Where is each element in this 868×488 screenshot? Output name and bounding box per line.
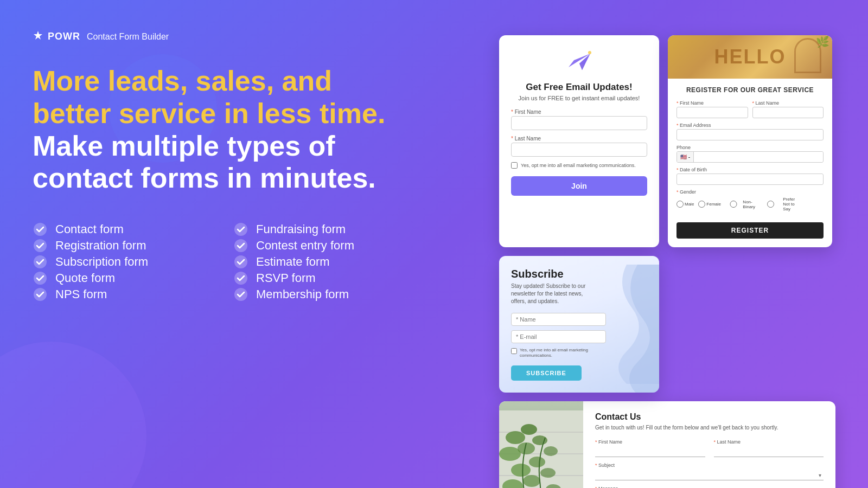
svg-marker-11 (579, 63, 585, 70)
first-name-input[interactable] (676, 107, 748, 118)
headline: More leads, sales, and better service in… (33, 65, 401, 195)
first-name-group: * First Name (676, 100, 748, 118)
subscribe-checkbox[interactable] (511, 348, 517, 354)
phone-flag: 🇺🇸 - (677, 152, 694, 162)
svg-point-20 (506, 431, 525, 444)
contact-last-name-input[interactable] (714, 447, 824, 457)
list-item: Estimate form (233, 254, 401, 269)
forms-mid-row: Subscribe Stay updated! Subscribe to our… (499, 256, 835, 393)
gender-female-radio[interactable] (698, 201, 705, 208)
brand-name: POWR (48, 31, 80, 42)
list-item: Quote form (33, 271, 201, 286)
gender-male[interactable]: Male (676, 201, 694, 208)
register-form-title: REGISTER FOR OUR GREAT SERVICE (676, 86, 824, 94)
list-item: Membership form (233, 287, 401, 302)
svg-point-2 (34, 255, 47, 268)
email-updates-form: Get Free Email Updates! Join us for FREE… (499, 35, 659, 247)
left-panel: POWR Contact Form Builder More leads, sa… (33, 30, 401, 302)
contact-title: Contact Us (595, 412, 824, 422)
mid-row-spacer (668, 256, 832, 393)
brand-subtitle: Contact Form Builder (87, 32, 169, 42)
forms-top-row: Get Free Email Updates! Join us for FREE… (499, 35, 835, 247)
svg-point-21 (521, 424, 537, 435)
gender-nonbinary-radio[interactable] (725, 201, 742, 208)
list-item: Registration form (33, 238, 201, 253)
gender-prefer-radio[interactable] (760, 201, 782, 208)
svg-point-24 (532, 435, 547, 445)
register-button[interactable]: REGISTER (676, 222, 824, 239)
check-icon (33, 254, 48, 269)
subscribe-button[interactable]: SUBSCRIBE (511, 365, 582, 381)
marketing-checkbox[interactable] (511, 162, 518, 169)
subscribe-name-input[interactable] (511, 313, 606, 326)
svg-point-12 (588, 51, 591, 54)
last-name-input[interactable] (511, 143, 647, 157)
gender-female[interactable]: Female (698, 201, 721, 208)
hello-text: HELLO (714, 46, 786, 68)
contact-first-name-input[interactable] (595, 447, 705, 457)
first-name-input[interactable] (511, 116, 647, 130)
contact-name-row: * First Name * Last Name (595, 439, 824, 457)
feature-label: RSVP form (256, 271, 316, 285)
phone-label: Phone (676, 145, 824, 150)
svg-point-1 (34, 239, 47, 252)
gender-group: * Gender Male Female Non-Binary Prefer N… (676, 189, 824, 213)
last-name-input[interactable] (752, 107, 824, 118)
gender-label: * Gender (676, 189, 824, 195)
svg-point-9 (234, 288, 247, 301)
gender-options: Male Female Non-Binary Prefer Not to Say (676, 197, 824, 213)
feature-label: Membership form (256, 287, 349, 301)
feature-label: Contest entry form (256, 239, 354, 253)
svg-point-30 (540, 468, 556, 478)
plane-icon (511, 48, 647, 78)
features-col1: Contact form Registration form Subscript… (33, 222, 201, 302)
contact-first-name-group: * First Name (595, 439, 705, 457)
svg-point-8 (234, 272, 247, 285)
last-name-group: * Last Name (752, 100, 824, 118)
contact-message-label: * Message (595, 486, 824, 488)
email-form-subtitle: Join us for FREE to get instant email up… (511, 95, 647, 101)
gender-prefer-not[interactable]: Prefer Not to Say (760, 197, 801, 211)
dob-group: * Date of Birth (676, 167, 824, 185)
list-item: RSVP form (233, 271, 401, 286)
check-icon (33, 222, 48, 237)
check-icon (233, 271, 248, 286)
feature-label: NPS form (55, 287, 107, 301)
contact-last-name-label: * Last Name (714, 439, 824, 445)
check-icon (233, 222, 248, 237)
contact-subject-group: * Subject ▾ (595, 463, 824, 480)
subject-select[interactable] (595, 470, 824, 480)
check-icon (233, 238, 248, 253)
check-icon (33, 271, 48, 286)
contact-subtitle: Get in touch with us! Fill out the form … (595, 424, 824, 432)
email-label: * Email Address (676, 123, 824, 128)
subscribe-email-input[interactable] (511, 330, 606, 343)
register-form-body: REGISTER FOR OUR GREAT SERVICE * First N… (668, 79, 832, 247)
feature-label: Registration form (55, 239, 146, 253)
first-name-label: * First Name (676, 100, 748, 106)
headline-white: Make multiple types of contact forms in … (33, 130, 376, 194)
check-icon (33, 238, 48, 253)
features-grid: Contact form Registration form Subscript… (33, 222, 401, 302)
check-icon (33, 287, 48, 302)
gender-male-radio[interactable] (676, 201, 684, 208)
right-panel: Get Free Email Updates! Join us for FREE… (499, 35, 835, 447)
email-input[interactable] (676, 129, 824, 140)
subscribe-subtitle: Stay updated! Subscribe to our newslette… (511, 282, 598, 305)
feature-label: Fundraising form (256, 222, 346, 236)
email-group: * Email Address (676, 123, 824, 140)
phone-field: 🇺🇸 - (676, 151, 824, 163)
list-item: NPS form (33, 287, 201, 302)
feature-label: Estimate form (256, 255, 330, 269)
join-button[interactable]: Join (511, 176, 647, 196)
brand-icon (33, 30, 43, 43)
gender-nonbinary[interactable]: Non-Binary (725, 200, 755, 209)
list-item: Contact form (33, 222, 201, 237)
headline-yellow: More leads, sales, and better service in… (33, 65, 385, 129)
list-item: Contest entry form (233, 238, 401, 253)
phone-input[interactable] (694, 152, 823, 162)
svg-point-25 (511, 464, 531, 477)
dob-input[interactable] (676, 174, 824, 185)
svg-point-29 (523, 475, 540, 487)
check-icon (233, 287, 248, 302)
